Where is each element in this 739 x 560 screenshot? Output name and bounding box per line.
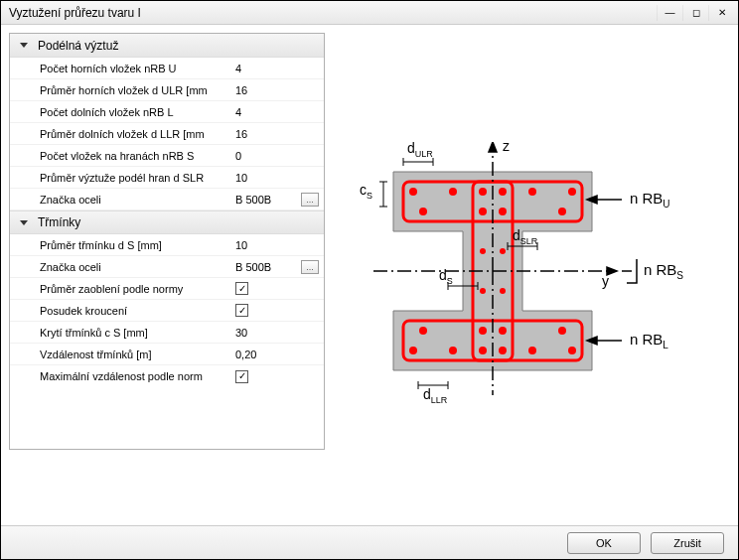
row-dllr[interactable]: Průměr dolních vložek d LLR [mm 16: [10, 123, 324, 145]
label-z: z: [503, 138, 510, 154]
prop-value[interactable]: 0: [231, 150, 296, 162]
collapse-icon: [20, 220, 28, 225]
prop-value[interactable]: B 500B: [231, 194, 296, 206]
prop-label: Značka oceli: [40, 261, 231, 273]
checkbox-torsion[interactable]: [235, 304, 248, 317]
checkbox-rounding[interactable]: [235, 282, 248, 295]
group-header-longitudinal[interactable]: Podélná výztuž: [10, 34, 324, 58]
group-label: Třmínky: [38, 215, 80, 229]
label-cs: cS: [360, 182, 372, 201]
prop-value[interactable]: 4: [231, 63, 296, 74]
prop-label: Posudek kroucení: [40, 305, 231, 317]
prop-value[interactable]: 10: [231, 172, 296, 184]
svg-point-18: [419, 327, 427, 335]
svg-point-6: [479, 188, 487, 196]
svg-point-4: [419, 208, 427, 215]
svg-point-12: [499, 208, 507, 215]
row-dulr[interactable]: Průměr horních vložek d ULR [mm 16: [10, 79, 324, 101]
property-grid: Podélná výztuž Počet horních vložek nRB …: [9, 33, 325, 450]
prop-value[interactable]: B 500B: [231, 261, 296, 273]
label-dllr: dLLR: [423, 386, 447, 405]
prop-value[interactable]: 10: [231, 239, 296, 251]
row-maxdist[interactable]: Maximální vzdálenost podle norm: [10, 365, 324, 387]
ellipsis-button[interactable]: …: [301, 260, 319, 274]
prop-label: Průměr dolních vložek d LLR [mm: [40, 128, 231, 140]
cross-section-diagram: dULR z cS dSLR dS y dLLR n RBU: [364, 142, 701, 420]
group-label: Podélná výztuž: [38, 39, 118, 53]
checkbox-maxdist[interactable]: [235, 370, 248, 383]
svg-point-5: [449, 188, 457, 196]
svg-point-3: [409, 188, 417, 196]
prop-label: Vzdálenost třmínků [m]: [40, 349, 231, 360]
svg-point-16: [500, 288, 506, 294]
svg-point-25: [479, 327, 487, 335]
svg-point-14: [500, 248, 506, 254]
dialog-buttons: OK Zrušit: [1, 525, 738, 559]
row-nrbl[interactable]: Počet dolních vložek nRB L 4: [10, 101, 324, 123]
prop-label: Krytí třmínků c S [mm]: [40, 327, 231, 339]
row-ds[interactable]: Průměr třmínku d S [mm] 10: [10, 234, 324, 256]
svg-point-17: [409, 347, 417, 354]
prop-label: Počet vložek na hranách nRB S: [40, 150, 231, 162]
close-icon[interactable]: ✕: [708, 5, 734, 21]
row-nrbu[interactable]: Počet horních vložek nRB U 4: [10, 58, 324, 79]
collapse-icon: [20, 43, 28, 48]
prop-value[interactable]: 0,20: [231, 349, 296, 360]
svg-point-11: [479, 208, 487, 215]
prop-label: Maximální vzdálenost podle norm: [40, 370, 231, 382]
prop-label: Průměr třmínku d S [mm]: [40, 239, 231, 251]
prop-label: Počet horních vložek nRB U: [40, 63, 231, 74]
titlebar: Vyztužení průřezu tvaru I — ◻ ✕: [1, 1, 738, 25]
ellipsis-button[interactable]: …: [301, 193, 319, 207]
row-cover[interactable]: Krytí třmínků c S [mm] 30: [10, 322, 324, 344]
row-steel-stir[interactable]: Značka oceli B 500B …: [10, 256, 324, 278]
label-nrbs: n RBS: [644, 261, 683, 281]
maximize-icon[interactable]: ◻: [682, 5, 708, 21]
cancel-button[interactable]: Zrušit: [651, 532, 724, 554]
prop-label: Značka oceli: [40, 194, 231, 206]
label-nrbl: n RBL: [630, 331, 668, 350]
prop-label: Průměr zaoblení podle normy: [40, 283, 231, 295]
label-y: y: [602, 273, 609, 289]
svg-point-21: [499, 347, 507, 354]
prop-value[interactable]: 16: [231, 84, 296, 96]
label-dulr: dULR: [407, 140, 433, 159]
row-steel-long[interactable]: Značka oceli B 500B …: [10, 189, 324, 210]
svg-point-20: [479, 347, 487, 354]
svg-point-7: [499, 188, 507, 196]
label-ds: dS: [439, 267, 453, 286]
minimize-icon[interactable]: —: [657, 5, 682, 21]
svg-point-24: [568, 347, 576, 354]
svg-point-22: [528, 347, 536, 354]
prop-label: Průměr horních vložek d ULR [mm: [40, 84, 231, 96]
row-rounding[interactable]: Průměr zaoblení podle normy: [10, 278, 324, 300]
prop-label: Počet dolních vložek nRB L: [40, 106, 231, 118]
svg-point-10: [568, 188, 576, 196]
ok-button[interactable]: OK: [567, 532, 641, 554]
prop-value[interactable]: 30: [231, 327, 296, 339]
svg-point-8: [528, 188, 536, 196]
svg-point-9: [558, 208, 566, 215]
label-nrbu: n RBU: [630, 190, 670, 210]
content-area: Podélná výztuž Počet horních vložek nRB …: [1, 25, 738, 525]
dialog-window: Vyztužení průřezu tvaru I — ◻ ✕ Podélná …: [0, 0, 739, 560]
label-dslr: dSLR: [513, 227, 537, 246]
svg-point-15: [480, 288, 486, 294]
svg-point-23: [558, 327, 566, 335]
row-dist[interactable]: Vzdálenost třmínků [m] 0,20: [10, 344, 324, 365]
prop-value[interactable]: 16: [231, 128, 296, 140]
svg-point-26: [499, 327, 507, 335]
window-title: Vyztužení průřezu tvaru I: [5, 6, 657, 20]
prop-value[interactable]: 4: [231, 106, 296, 118]
row-nrbs[interactable]: Počet vložek na hranách nRB S 0: [10, 145, 324, 167]
prop-label: Průměr výztuže podél hran d SLR: [40, 172, 231, 184]
row-torsion[interactable]: Posudek kroucení: [10, 300, 324, 322]
svg-point-13: [480, 248, 486, 254]
row-dslr[interactable]: Průměr výztuže podél hran d SLR 10: [10, 167, 324, 189]
svg-point-19: [449, 347, 457, 354]
group-header-stirrups[interactable]: Třmínky: [10, 210, 324, 234]
svg-marker-28: [489, 142, 497, 152]
diagram-area: dULR z cS dSLR dS y dLLR n RBU: [335, 33, 730, 517]
